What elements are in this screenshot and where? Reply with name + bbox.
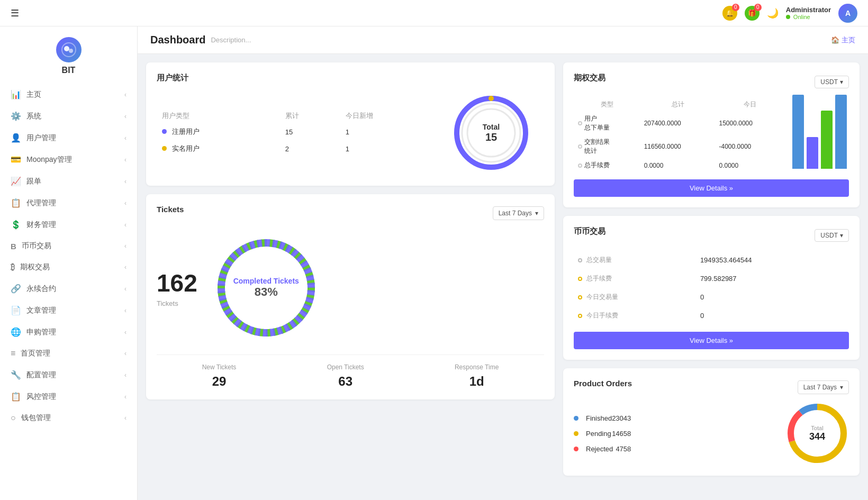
coin-value-4: 0	[697, 307, 848, 324]
chevron-copytrading: ‹	[124, 178, 126, 185]
risk-icon: 📋	[11, 392, 21, 402]
product-finished-label: Finished	[586, 414, 612, 422]
finance-icon: 💲	[11, 220, 21, 230]
product-filter-btn[interactable]: Last 7 Days ▾	[798, 380, 849, 394]
coin-currency-select[interactable]: USDT ▾	[815, 229, 849, 242]
options-data-table: 类型 总计 今日	[574, 97, 785, 173]
chevron-finance: ‹	[124, 221, 126, 229]
options-bar-chart	[790, 97, 849, 171]
opt-total-2: 116560.0000	[641, 135, 715, 158]
table-row: 今日手续费 0	[575, 307, 848, 324]
coin-value-1: 1949353.464544	[697, 251, 848, 269]
tickets-completed-label: Completed Tickets	[233, 277, 299, 285]
breadcrumb[interactable]: 🏠 主页	[831, 35, 855, 45]
user-type-1: 注册用户	[158, 124, 280, 140]
nav-label-copytrading: 跟单	[26, 177, 41, 186]
nav-label-agent: 代理管理	[26, 198, 56, 208]
sidebar-item-home[interactable]: 📊主页 ‹	[0, 84, 137, 105]
svg-point-1	[64, 46, 69, 51]
sidebar-item-cointrade[interactable]: B币币交易 ‹	[0, 235, 137, 257]
homepage-icon: ≡	[11, 349, 15, 358]
product-row-finished: Finished 23043	[574, 411, 631, 426]
coin-dot-4	[578, 314, 582, 318]
opt-total-3: 0.0000	[641, 159, 715, 172]
copytrading-icon: 📈	[11, 176, 21, 186]
coin-currency-chevron: ▾	[840, 232, 843, 239]
coin-currency-label: USDT	[820, 232, 838, 239]
user-today-1: 1	[341, 124, 437, 140]
menu-toggle[interactable]: ☰	[11, 7, 19, 19]
sidebar-item-copytrading[interactable]: 📈跟单 ‹	[0, 170, 137, 192]
avatar[interactable]: A	[838, 4, 857, 23]
sidebar-item-wallet[interactable]: ○钱包管理 ‹	[0, 407, 137, 429]
sidebar-item-article[interactable]: 📄文章管理 ‹	[0, 299, 137, 321]
nav-label-perpetual: 永续合约	[26, 284, 56, 294]
sidebar-item-risk[interactable]: 📋风控管理 ‹	[0, 386, 137, 407]
chevron-subscription: ‹	[124, 329, 126, 336]
perpetual-icon: 🔗	[11, 284, 21, 294]
tickets-donut-center: Completed Tickets 83%	[233, 277, 299, 299]
options-currency-select[interactable]: USDT ▾	[815, 76, 849, 88]
options-view-details-btn[interactable]: View Details »	[574, 179, 849, 197]
sidebar-item-perpetual[interactable]: 🔗永续合约 ‹	[0, 278, 137, 299]
donut-total-label: Total	[483, 123, 500, 131]
table-row: 注册用户 15 1	[158, 124, 437, 140]
sidebar-item-config[interactable]: 🔧配置管理 ‹	[0, 364, 137, 386]
logo-icon	[56, 37, 82, 62]
opt-col-total: 总计	[641, 98, 715, 111]
tickets-header: Tickets Last 7 Days ▾	[157, 205, 544, 221]
options-currency-label: USDT	[820, 78, 838, 86]
cointrade-icon: B	[11, 242, 16, 251]
stat-open-label: Open Tickets	[327, 363, 364, 371]
col-today: 今日新增	[341, 109, 437, 123]
sidebar-item-subscription[interactable]: 🌐申购管理 ‹	[0, 321, 137, 343]
theme-toggle[interactable]: 🌙	[767, 7, 779, 19]
options-table-wrap: 类型 总计 今日	[574, 97, 785, 173]
opt-dot-1	[578, 121, 582, 125]
dot-pending	[574, 431, 578, 436]
product-pending-value: 14658	[612, 430, 631, 438]
coin-header: 币币交易 USDT ▾	[574, 226, 849, 244]
top-bar: ☰ 🔔 0 🎁 0 🌙 Administrator Online A	[0, 0, 868, 26]
coin-view-details-btn[interactable]: View Details »	[574, 332, 849, 349]
stat-new-label: New Tickets	[202, 363, 237, 371]
product-row-pending: Pending 14658	[574, 426, 631, 441]
stat-response-label: Response Time	[455, 363, 499, 371]
tickets-count: 162 Tickets	[157, 269, 197, 307]
opt-col-type: 类型	[575, 98, 640, 111]
sidebar-item-agent[interactable]: 📋代理管理 ‹	[0, 192, 137, 214]
gift-count: 0	[754, 4, 762, 11]
tickets-filter-btn[interactable]: Last 7 Days ▾	[493, 206, 544, 220]
sidebar-nav: 📊主页 ‹ ⚙️系统 ‹ 👤用户管理 ‹ 💳Moonpay管理 ‹ 📈跟单 ‹ …	[0, 84, 137, 500]
home-link: 🏠 主页	[831, 35, 855, 45]
bar-2	[807, 137, 818, 169]
product-header: Product Orders Last 7 Days ▾	[574, 379, 849, 395]
options-content: 类型 总计 今日	[574, 97, 849, 173]
product-content: Finished 23043 Pending 14658	[574, 402, 849, 465]
table-row: 总手续费 0.0000 0.0000	[575, 159, 784, 172]
nav-label-risk: 风控管理	[26, 392, 56, 402]
sidebar-item-usermgmt[interactable]: 👤用户管理 ‹	[0, 127, 137, 149]
user-table-wrap: 用户类型 累计 今日新增 注册用户	[157, 108, 438, 158]
notification-bell-btn[interactable]: 🔔 0	[722, 6, 737, 21]
chevron-cointrade: ‹	[124, 242, 126, 250]
sidebar-item-finance[interactable]: 💲财务管理 ‹	[0, 214, 137, 235]
home-icon: 📊	[11, 89, 21, 99]
sidebar-item-system[interactable]: ⚙️系统 ‹	[0, 105, 137, 127]
sidebar-item-options[interactable]: ₿期权交易 ‹	[0, 257, 137, 278]
tickets-filter-label: Last 7 Days	[499, 210, 532, 217]
notification-gift-btn[interactable]: 🎁 0	[745, 6, 760, 21]
user-total-1: 15	[281, 124, 340, 140]
chevron-risk: ‹	[124, 393, 126, 401]
user-donut-wrap: Total 15	[438, 90, 544, 175]
opt-today-1: 15000.0000	[716, 112, 784, 134]
chevron-config: ‹	[124, 371, 126, 379]
subscription-icon: 🌐	[11, 327, 21, 337]
system-icon: ⚙️	[11, 111, 21, 121]
page-description: Description...	[211, 36, 251, 44]
tickets-filter-chevron: ▾	[535, 210, 538, 217]
table-row: 实名用户 2 1	[158, 141, 437, 157]
sidebar-item-moonpay[interactable]: 💳Moonpay管理 ‹	[0, 149, 137, 170]
coin-value-3: 0	[697, 288, 848, 306]
sidebar-item-homepage[interactable]: ≡首页管理 ‹	[0, 343, 137, 364]
